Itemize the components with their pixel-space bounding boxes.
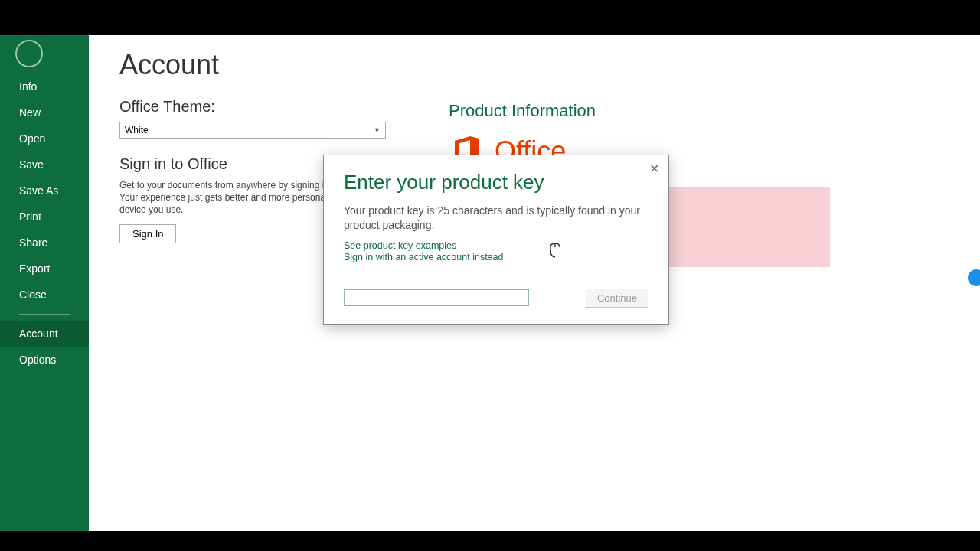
modal-overlay: ✕ Enter your product key Your product ke… xyxy=(0,0,980,551)
product-key-dialog: ✕ Enter your product key Your product ke… xyxy=(323,155,669,325)
product-key-input[interactable] xyxy=(344,289,529,306)
dialog-title: Enter your product key xyxy=(344,171,648,194)
close-icon: ✕ xyxy=(649,162,659,175)
link-sign-in-instead[interactable]: Sign in with an active account instead xyxy=(344,252,648,262)
dialog-description: Your product key is 25 characters and is… xyxy=(344,204,648,233)
continue-button[interactable]: Continue xyxy=(586,289,648,308)
close-button[interactable]: ✕ xyxy=(649,161,659,176)
link-product-key-examples[interactable]: See product key examples xyxy=(344,240,648,251)
